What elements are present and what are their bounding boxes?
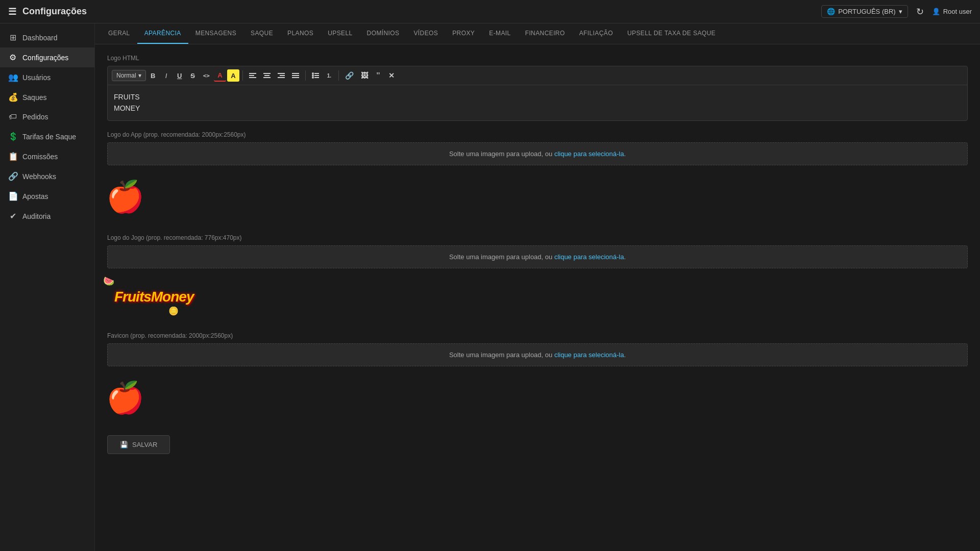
refresh-icon[interactable]: ↻ [916, 6, 924, 17]
apostas-icon: 📄 [8, 191, 17, 201]
tab-aparencia[interactable]: APARÊNCIA [137, 23, 188, 44]
comissoes-icon: 📋 [8, 152, 17, 161]
sidebar-item-saques[interactable]: 💰 Saques [0, 87, 94, 107]
logo-jogo-preview: 🍉 FruitsMoney 🪙 [107, 274, 968, 320]
sidebar-item-auditoria[interactable]: ✔ Auditoria [0, 206, 94, 226]
toolbar-divider-2 [305, 70, 306, 81]
format-dropdown[interactable]: Normal ▾ [112, 70, 146, 81]
sidebar-item-comissoes[interactable]: 📋 Comissões [0, 146, 94, 166]
sidebar-label-usuarios: Usuários [22, 73, 51, 82]
editor-content[interactable]: FRUITS MONEY [108, 85, 967, 120]
page-title: Configurações [22, 6, 87, 17]
logo-app-drop-text: Solte uma imagem para upload, ou [449, 150, 554, 158]
tab-bar: GERAL APARÊNCIA MENSAGENS SAQUE PLANOS U… [95, 23, 980, 44]
dashboard-icon: ⊞ [8, 33, 17, 42]
saques-icon: 💰 [8, 92, 17, 102]
fruitsmoney-logo: 🍉 FruitsMoney 🪙 [107, 281, 179, 314]
logo-app-preview: 🍎 [107, 171, 968, 222]
topbar-left: ☰ Configurações [8, 6, 87, 17]
favicon-preview: 🍎 [107, 372, 968, 423]
link-button[interactable]: 🔗 [342, 69, 357, 82]
tab-planos[interactable]: PLANOS [280, 23, 321, 44]
highlight-button[interactable]: A [227, 69, 239, 82]
tab-videos[interactable]: VÍDEOS [406, 23, 445, 44]
sidebar-label-pedidos: Pedidos [22, 113, 48, 121]
underline-button[interactable]: U [174, 69, 186, 82]
sidebar-label-apostas: Apostas [22, 192, 48, 201]
logo-app-drop-suffix: . [624, 150, 626, 158]
tab-saque[interactable]: SAQUE [243, 23, 280, 44]
code-button[interactable]: <> [200, 69, 213, 82]
topbar-right: 🌐 PORTUGUÊS (BR) ▾ ↻ 👤 Root user [821, 5, 972, 18]
bold-button[interactable]: B [147, 69, 159, 82]
language-label: PORTUGUÊS (BR) [838, 8, 895, 15]
sidebar-item-webhooks[interactable]: 🔗 Webhooks [0, 166, 94, 186]
webhooks-icon: 🔗 [8, 171, 17, 181]
user-menu[interactable]: 👤 Root user [932, 8, 972, 15]
users-icon: 👥 [8, 72, 17, 82]
favicon-dropzone[interactable]: Solte uma imagem para upload, ou clique … [107, 343, 968, 366]
italic-button[interactable]: I [160, 69, 173, 82]
watermelon-icon: 🍉 [103, 276, 114, 287]
tab-email[interactable]: E-MAIL [482, 23, 518, 44]
justify-button[interactable] [289, 69, 302, 82]
save-button[interactable]: 💾 SALVAR [107, 435, 170, 454]
sidebar-item-apostas[interactable]: 📄 Apostas [0, 186, 94, 206]
sidebar-label-configuracoes: Configurações [22, 54, 68, 62]
tab-dominios[interactable]: DOMÍNIOS [360, 23, 407, 44]
user-label: Root user [943, 8, 972, 15]
tab-proxy[interactable]: PROXY [445, 23, 482, 44]
svg-point-12 [312, 72, 314, 74]
logo-jogo-dropzone[interactable]: Solte uma imagem para upload, ou clique … [107, 245, 968, 268]
logo-jogo-section: Logo do Jogo (prop. recomendada: 776px:4… [107, 234, 968, 320]
clear-format-button[interactable]: ✕ [385, 69, 398, 82]
align-right-button[interactable] [275, 69, 288, 82]
favicon-drop-link[interactable]: clique para selecioná-la [554, 351, 624, 359]
bullet-list-button[interactable] [309, 69, 322, 82]
sidebar-label-auditoria: Auditoria [22, 212, 51, 220]
toolbar-divider-1 [242, 70, 243, 81]
gear-icon: ⚙ [8, 53, 17, 62]
form-area: Logo HTML Normal ▾ B I U S [95, 44, 980, 464]
dropdown-arrow-icon: ▾ [138, 72, 141, 79]
editor-toolbar: Normal ▾ B I U S <> A A [108, 66, 967, 85]
hamburger-icon[interactable]: ☰ [8, 6, 16, 17]
logo-jogo-drop-link[interactable]: clique para selecioná-la [554, 253, 624, 261]
apple-image-2: 🍎 [107, 379, 143, 417]
tab-upsell-taxa[interactable]: UPSELL DE TAXA DE SAQUE [620, 23, 723, 44]
sidebar-item-pedidos[interactable]: 🏷 Pedidos [0, 107, 94, 127]
toolbar-divider-3 [338, 70, 339, 81]
font-color-button[interactable]: A [214, 69, 226, 82]
sidebar-label-comissoes: Comissões [22, 153, 58, 161]
format-dropdown-label: Normal [116, 72, 136, 79]
sidebar-item-tarifas[interactable]: 💲 Tarifas de Saque [0, 127, 94, 146]
tab-upsell[interactable]: UPSELL [321, 23, 359, 44]
chevron-down-icon: ▾ [899, 8, 902, 15]
strikethrough-button[interactable]: S [187, 69, 199, 82]
tab-afiliacao[interactable]: AFILIAÇÃO [572, 23, 620, 44]
language-selector[interactable]: 🌐 PORTUGUÊS (BR) ▾ [821, 5, 908, 18]
coin-icon: 🪙 [168, 306, 179, 316]
align-center-button[interactable] [260, 69, 274, 82]
fruitsmoney-text: FruitsMoney [114, 289, 193, 305]
logo-app-drop-link[interactable]: clique para selecioná-la [554, 150, 624, 158]
tab-geral[interactable]: GERAL [101, 23, 137, 44]
sidebar-item-dashboard[interactable]: ⊞ Dashboard [0, 28, 94, 47]
apple-image-1: 🍎 [107, 178, 143, 216]
sidebar-item-configuracoes[interactable]: ⚙ Configurações [0, 47, 94, 67]
svg-point-16 [312, 77, 314, 79]
save-label: SALVAR [132, 441, 157, 448]
sidebar-item-usuarios[interactable]: 👥 Usuários [0, 67, 94, 87]
logo-app-dropzone[interactable]: Solte uma imagem para upload, ou clique … [107, 142, 968, 165]
tab-mensagens[interactable]: MENSAGENS [188, 23, 243, 44]
tab-financeiro[interactable]: FINANCEIRO [518, 23, 572, 44]
blockquote-button[interactable]: " [372, 69, 384, 82]
sidebar: ⊞ Dashboard ⚙ Configurações 👥 Usuários 💰… [0, 23, 95, 551]
sidebar-label-saques: Saques [22, 93, 46, 102]
favicon-drop-suffix: . [624, 351, 626, 359]
align-left-button[interactable] [246, 69, 259, 82]
main-layout: ⊞ Dashboard ⚙ Configurações 👥 Usuários 💰… [0, 23, 980, 551]
image-button[interactable]: 🖼 [358, 69, 371, 82]
ordered-list-button[interactable]: 1. [323, 69, 335, 82]
user-icon: 👤 [932, 8, 940, 15]
